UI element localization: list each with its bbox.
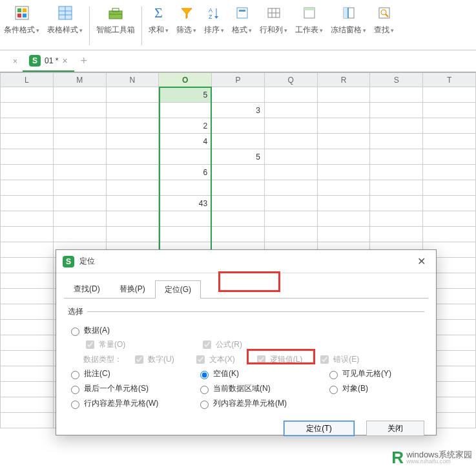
close-button[interactable]: 关闭 bbox=[366, 421, 424, 436]
cell[interactable] bbox=[1, 211, 54, 227]
cell[interactable] bbox=[317, 134, 370, 149]
cell[interactable] bbox=[264, 103, 317, 118]
cell[interactable] bbox=[317, 149, 370, 165]
cell[interactable] bbox=[53, 103, 106, 118]
cell[interactable] bbox=[317, 165, 370, 180]
cell[interactable] bbox=[264, 134, 317, 149]
cell[interactable]: 5 bbox=[212, 149, 265, 165]
cell[interactable]: 3 bbox=[212, 103, 265, 118]
cell[interactable] bbox=[106, 227, 159, 242]
tab-find[interactable]: 查找(D) bbox=[64, 280, 110, 298]
filter-button[interactable]: 筛选▾ bbox=[172, 4, 200, 46]
cell[interactable] bbox=[159, 103, 212, 118]
smart-toolbox-button[interactable]: 智能工具箱 bbox=[92, 4, 139, 46]
format-button[interactable]: 格式▾ bbox=[228, 4, 256, 46]
cell[interactable] bbox=[212, 211, 265, 227]
freeze-panes-button[interactable]: 冻结窗格▾ bbox=[327, 4, 370, 46]
cell[interactable] bbox=[53, 134, 106, 149]
cell[interactable] bbox=[106, 118, 159, 134]
cell[interactable] bbox=[1, 335, 54, 351]
cell[interactable] bbox=[1, 320, 54, 335]
column-header[interactable]: M bbox=[53, 73, 106, 87]
radio-last-cell-input[interactable] bbox=[71, 386, 79, 394]
cell[interactable] bbox=[212, 165, 265, 180]
radio-col-diff[interactable]: 列内容差异单元格(M) bbox=[197, 398, 326, 409]
cell[interactable]: 2 bbox=[159, 118, 212, 134]
cell[interactable] bbox=[317, 196, 370, 211]
cell[interactable] bbox=[53, 211, 106, 227]
cell[interactable] bbox=[317, 118, 370, 134]
cell[interactable] bbox=[1, 258, 54, 273]
cell[interactable] bbox=[106, 165, 159, 180]
cell[interactable] bbox=[212, 180, 265, 196]
tab-goto[interactable]: 定位(G) bbox=[155, 280, 201, 298]
cell[interactable] bbox=[159, 227, 212, 242]
radio-blank-input[interactable] bbox=[200, 371, 209, 379]
cell[interactable] bbox=[1, 413, 54, 428]
cell[interactable] bbox=[212, 118, 265, 134]
cell[interactable] bbox=[159, 211, 212, 227]
tab-close-prev[interactable]: × bbox=[8, 57, 23, 66]
cell[interactable] bbox=[1, 227, 54, 242]
cell[interactable] bbox=[370, 227, 423, 242]
cell[interactable] bbox=[370, 196, 423, 211]
cell[interactable] bbox=[423, 118, 476, 134]
column-header[interactable]: L bbox=[1, 73, 54, 87]
cell[interactable] bbox=[1, 351, 54, 366]
add-tab-button[interactable]: + bbox=[74, 54, 94, 68]
radio-comment[interactable]: 批注(C) bbox=[68, 368, 197, 379]
cell[interactable] bbox=[1, 87, 54, 103]
cell[interactable] bbox=[370, 149, 423, 165]
cell[interactable] bbox=[264, 149, 317, 165]
column-header[interactable]: O bbox=[159, 73, 212, 87]
cell[interactable] bbox=[264, 196, 317, 211]
cell[interactable] bbox=[159, 180, 212, 196]
cell[interactable] bbox=[106, 211, 159, 227]
cell[interactable] bbox=[106, 149, 159, 165]
cell[interactable] bbox=[317, 87, 370, 103]
cell[interactable] bbox=[370, 165, 423, 180]
worksheet-button[interactable]: 工作表▾ bbox=[291, 4, 327, 46]
workbook-tab[interactable]: S 01 * × bbox=[23, 51, 74, 72]
cell[interactable] bbox=[370, 118, 423, 134]
cell[interactable]: 5 bbox=[159, 87, 212, 103]
cell[interactable] bbox=[317, 180, 370, 196]
row-col-button[interactable]: 行和列▾ bbox=[256, 4, 291, 46]
sum-button[interactable]: Σ 求和▾ bbox=[145, 4, 172, 46]
cell[interactable] bbox=[370, 180, 423, 196]
column-header[interactable]: R bbox=[317, 73, 370, 87]
cell[interactable] bbox=[423, 87, 476, 103]
cell[interactable] bbox=[317, 211, 370, 227]
close-icon[interactable]: ✕ bbox=[413, 254, 429, 269]
cell[interactable] bbox=[370, 211, 423, 227]
cell[interactable] bbox=[53, 227, 106, 242]
column-header[interactable]: S bbox=[370, 73, 423, 87]
find-button[interactable]: 查找▾ bbox=[370, 4, 398, 46]
cell[interactable] bbox=[423, 227, 476, 242]
cell[interactable] bbox=[212, 87, 265, 103]
cell[interactable] bbox=[423, 149, 476, 165]
close-icon[interactable]: × bbox=[62, 56, 67, 66]
cell[interactable] bbox=[212, 196, 265, 211]
cell[interactable]: 6 bbox=[159, 165, 212, 180]
radio-blank[interactable]: 空值(K) bbox=[197, 368, 326, 379]
cell[interactable] bbox=[106, 134, 159, 149]
cell[interactable] bbox=[423, 211, 476, 227]
conditional-format-button[interactable]: 条件格式▾ bbox=[0, 4, 43, 46]
cell[interactable] bbox=[1, 134, 54, 149]
cell[interactable] bbox=[370, 103, 423, 118]
cell[interactable]: 4 bbox=[159, 134, 212, 149]
cell[interactable] bbox=[106, 180, 159, 196]
cell[interactable] bbox=[53, 165, 106, 180]
column-header[interactable]: N bbox=[106, 73, 159, 87]
cell[interactable] bbox=[423, 196, 476, 211]
cell[interactable] bbox=[1, 149, 54, 165]
radio-col-diff-input[interactable] bbox=[200, 401, 209, 409]
radio-last-cell[interactable]: 最后一个单元格(S) bbox=[68, 383, 197, 394]
cell[interactable] bbox=[423, 134, 476, 149]
cell[interactable] bbox=[423, 180, 476, 196]
cell[interactable] bbox=[370, 134, 423, 149]
cell[interactable] bbox=[317, 227, 370, 242]
cell[interactable]: 43 bbox=[159, 196, 212, 211]
cell[interactable] bbox=[1, 180, 54, 196]
